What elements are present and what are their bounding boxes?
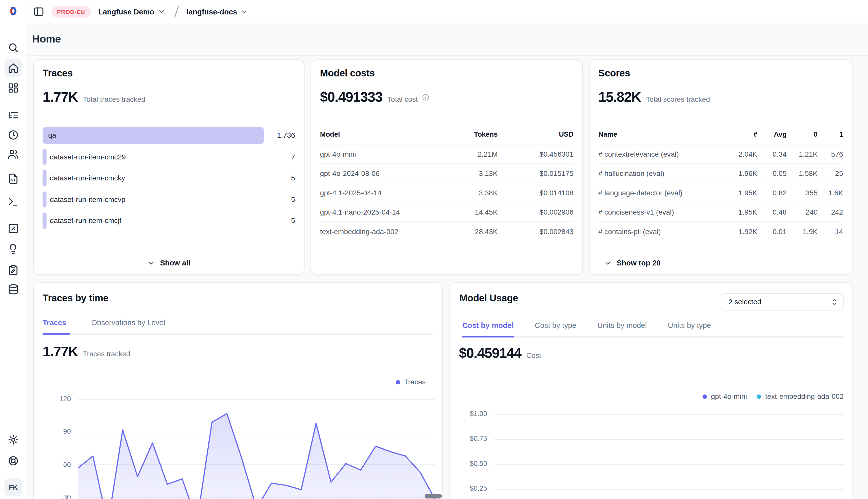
sessions-clock-icon[interactable] — [4, 126, 22, 144]
trace-name: qa — [48, 127, 56, 144]
show-all-label: Show all — [160, 259, 190, 267]
table-row[interactable]: gpt-4.1-2025-04-14 3.38K $0.014108 — [320, 183, 573, 203]
y-axis-tick: 90 — [43, 428, 71, 436]
column-header: Avg — [757, 131, 787, 138]
usage-cost-total: $0.459144 — [459, 345, 521, 361]
y-axis-tick: $1.00 — [459, 410, 487, 418]
trace-count: 5 — [291, 170, 295, 186]
trace-bar — [43, 212, 46, 229]
chevron-down-icon — [604, 259, 612, 267]
trace-bar-row[interactable]: qa 1,736 — [43, 127, 295, 144]
trace-bar-row[interactable]: dataset-run-item-cmcvp 5 — [43, 191, 295, 207]
chevron-down-icon[interactable] — [240, 8, 248, 16]
user-avatar[interactable]: FK — [4, 478, 22, 496]
chevrons-up-down-icon — [830, 298, 838, 306]
traces-by-time-tabs: Traces Observations by Level — [43, 319, 433, 327]
usage-cost-label: Cost — [526, 351, 541, 360]
users-icon[interactable] — [4, 146, 22, 163]
table-row[interactable]: # contextrelevance (eval) 2.04K 0.34 1.2… — [598, 145, 843, 164]
show-top-20-button[interactable]: Show top 20 — [604, 259, 661, 267]
table-row[interactable]: text-embedding-ada-002 28.43K $0.002843 — [320, 222, 573, 241]
gridline — [494, 439, 844, 440]
trace-count: 1,736 — [277, 127, 295, 144]
support-lifebuoy-icon[interactable] — [4, 452, 22, 470]
trace-bar-row[interactable]: dataset-run-item-cmc29 7 — [43, 148, 295, 165]
tab-traces[interactable]: Traces — [43, 319, 66, 327]
playground-terminal-icon[interactable] — [4, 193, 22, 211]
trace-name: dataset-run-item-cmcvp — [50, 191, 126, 207]
traces-total-label: Total traces tracked — [83, 95, 145, 104]
model-select-dropdown[interactable]: 2 selected — [721, 293, 843, 311]
datasets-database-icon[interactable] — [4, 280, 22, 298]
table-row[interactable]: # conciseness-v1 (eval) 1.95K 0.48 240 2… — [598, 203, 843, 222]
column-header: USD — [498, 131, 573, 138]
sidebar-toggle-icon[interactable] — [33, 6, 44, 17]
y-axis-tick: $0.75 — [459, 435, 487, 442]
tab-cost-by-model[interactable]: Cost by model — [462, 321, 513, 330]
trace-bar-row[interactable]: dataset-run-item-cmcjf 5 — [43, 212, 295, 229]
model-usage-tabs: Cost by model Cost by type Units by mode… — [459, 321, 843, 330]
tab-units-by-model[interactable]: Units by model — [597, 321, 647, 330]
table-row[interactable]: # contains-pii (eval) 1.92K 0.01 1.9K 14 — [598, 222, 843, 241]
show-all-button[interactable]: Show all — [34, 259, 304, 267]
trace-name: dataset-run-item-cmcjf — [50, 212, 121, 229]
column-header: 0 — [787, 131, 818, 138]
card-title: Traces — [43, 68, 295, 79]
model-costs-total-label: Total cost — [388, 95, 418, 104]
column-header: # — [721, 131, 757, 138]
org-switcher[interactable]: Langfuse Demo — [98, 8, 154, 16]
traces-card: Traces 1.77K Total traces tracked qa 1,7… — [33, 59, 304, 275]
app-window: FK PROD-EU Langfuse Demo langfuse-docs H… — [0, 0, 868, 499]
card-title: Traces by time — [43, 293, 433, 304]
breadcrumb-separator — [171, 4, 182, 19]
trace-count: 5 — [291, 212, 295, 229]
table-row[interactable]: gpt-4o-2024-08-06 3.13K $0.015175 — [320, 164, 573, 183]
scores-card: Scores 15.82K Total scores tracked Name … — [589, 59, 853, 275]
gridline — [494, 464, 844, 465]
page-title: Home — [32, 33, 61, 45]
table-row[interactable]: # hallucination (eval) 1.96K 0.05 1.58K … — [598, 164, 843, 183]
gridline — [494, 489, 844, 490]
model-costs-card: Model costs $0.491333 Total cost Model T… — [310, 59, 583, 275]
tab-cost-by-type[interactable]: Cost by type — [535, 321, 576, 330]
legend-label: gpt-4o-mini — [711, 392, 747, 401]
traces-tracked-label: Traces tracked — [83, 350, 130, 358]
table-row[interactable]: gpt-4.1-nano-2025-04-14 14.45K $0.002906 — [320, 203, 573, 222]
trace-count: 7 — [291, 148, 295, 165]
prompts-file-icon[interactable] — [4, 170, 22, 187]
info-icon[interactable] — [421, 93, 429, 101]
traces-area-chart[interactable] — [78, 393, 435, 499]
home-icon[interactable] — [4, 59, 22, 77]
column-header: Tokens — [431, 131, 498, 138]
tab-units-by-type[interactable]: Units by type — [668, 321, 711, 330]
topbar: PROD-EU Langfuse Demo langfuse-docs — [27, 0, 868, 24]
trace-bar-row[interactable]: dataset-run-item-cmcky 5 — [43, 170, 295, 186]
traces-by-time-card: Traces by time Traces Observations by Le… — [33, 282, 443, 499]
settings-gear-icon[interactable] — [4, 431, 22, 449]
model-costs-total: $0.491333 — [320, 89, 383, 105]
evaluations-percent-icon[interactable] — [4, 220, 22, 238]
horizontal-scrollbar-thumb[interactable] — [425, 494, 442, 498]
column-header: 1 — [818, 131, 843, 138]
tracing-tree-icon[interactable] — [4, 106, 22, 124]
legend-dot-gpt-4o-mini — [703, 394, 707, 399]
scores-total: 15.82K — [598, 89, 641, 105]
trace-bar — [43, 127, 264, 144]
suggestions-lightbulb-icon[interactable] — [4, 240, 22, 258]
y-axis-tick: 120 — [43, 395, 71, 403]
legend-dot-traces — [396, 380, 400, 384]
table-row[interactable]: gpt-4o-mini 2.21M $0.456301 — [320, 145, 573, 164]
annotation-clipboard-icon[interactable] — [4, 261, 22, 279]
search-icon[interactable] — [4, 39, 22, 57]
y-axis-tick: 60 — [43, 461, 71, 468]
chart-legend: gpt-4o-mini text-embedding-ada-002 — [703, 392, 844, 401]
model-select-value: 2 selected — [728, 297, 761, 306]
y-axis-tick: 30 — [43, 494, 71, 499]
project-switcher[interactable]: langfuse-docs — [186, 8, 237, 16]
dashboards-grid-icon[interactable] — [4, 79, 22, 97]
traces-tracked-total: 1.77K — [43, 344, 78, 360]
chevron-down-icon[interactable] — [158, 8, 166, 16]
tab-observations-by-level[interactable]: Observations by Level — [91, 319, 165, 327]
trace-count: 5 — [291, 191, 295, 207]
table-row[interactable]: # language-detector (eval) 1.95K 0.82 35… — [598, 183, 843, 203]
